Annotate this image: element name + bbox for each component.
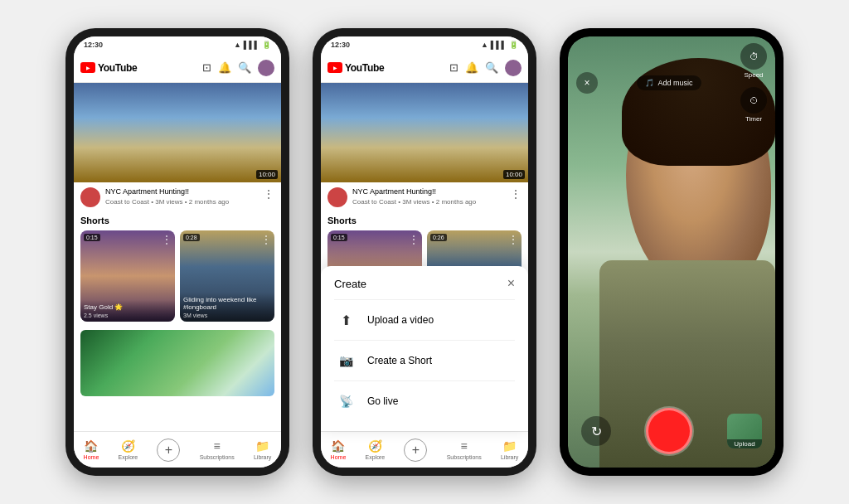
yt-logo-text-2: YouTube [345, 62, 384, 74]
timer-label: Timer [745, 115, 762, 123]
home-label: Home [84, 454, 99, 460]
short-thumb-1b[interactable]: 0:28 ⋮ Gliding into weekend like #longbo… [180, 230, 274, 322]
create-short-label: Create a Short [367, 355, 432, 366]
short-menu-2b[interactable]: ⋮ [508, 234, 518, 245]
short-duration-1b: 0:28 [183, 234, 200, 241]
short-menu-1a[interactable]: ⋮ [162, 234, 172, 245]
go-live-label: Go live [367, 395, 398, 407]
search-icon[interactable]: 🔍 [238, 61, 251, 74]
short-duration-1a: 0:15 [84, 234, 100, 241]
video-title-2: NYC Apartment Hunting!! [352, 187, 505, 197]
short-duration-2b: 0:26 [430, 234, 447, 241]
camera-close-button[interactable]: × [576, 72, 598, 94]
phone-2-screen: 12:30 ▲ ▌▌▌ 🔋 YouTube ⊡ 🔔 🔍 [321, 36, 528, 468]
cast-icon[interactable]: ⊡ [202, 61, 211, 74]
cast-icon-2[interactable]: ⊡ [449, 61, 458, 74]
status-icons-1: ▲ ▌▌▌ 🔋 [234, 41, 271, 49]
speed-button[interactable]: ⏱ [740, 43, 767, 70]
search-icon-2[interactable]: 🔍 [485, 61, 498, 74]
video-more-1[interactable]: ⋮ [263, 187, 274, 201]
avatar-1[interactable] [258, 60, 274, 76]
status-time-2: 12:30 [331, 41, 350, 49]
wifi-icon-2: ▲ [481, 41, 488, 49]
nav-subscriptions-1[interactable]: ≡ Subscriptions [200, 439, 235, 460]
phone-3: × 🎵 Add music ⏱ Speed ⏲ Timer [560, 28, 784, 476]
create-icon-2[interactable]: + [404, 439, 427, 462]
add-music-label: Add music [657, 79, 692, 87]
modal-header: Create × [334, 276, 515, 291]
video-thumb-2[interactable]: 10:00 [321, 83, 528, 182]
timer-control-group: ⏲ Timer [740, 87, 767, 123]
upload-button[interactable]: Upload [727, 414, 762, 448]
short-info-1b: Gliding into weekend like #longboard 3M … [180, 293, 274, 322]
short-duration-2a: 0:15 [331, 234, 347, 241]
short-menu-2a[interactable]: ⋮ [409, 234, 419, 245]
video-meta-1: Coast to Coast • 3M views • 2 months ago [105, 198, 258, 206]
video-more-2[interactable]: ⋮ [510, 187, 522, 201]
video-meta-2: Coast to Coast • 3M views • 2 months ago [352, 198, 505, 206]
explore-label: Explore [119, 454, 138, 460]
library-icon-2: 📁 [502, 439, 517, 453]
video-duration-1: 10:00 [256, 170, 278, 179]
nav-library-2[interactable]: 📁 Library [501, 439, 518, 460]
yt-header-2: YouTube ⊡ 🔔 🔍 [321, 53, 528, 83]
upload-label: Upload a video [367, 314, 434, 326]
nav-create-2[interactable]: + [404, 439, 427, 462]
nav-library-1[interactable]: 📁 Library [254, 439, 271, 460]
avatar-2[interactable] [505, 60, 522, 76]
phone-1-screen: 12:30 ▲ ▌▌▌ 🔋 YouTube ⊡ 🔔 🔍 [74, 36, 281, 468]
camera-bottom-controls: ↻ Upload [568, 400, 775, 468]
status-bar-2: 12:30 ▲ ▌▌▌ 🔋 [321, 36, 528, 53]
speed-label: Speed [744, 71, 763, 79]
channel-avatar-2 [327, 187, 347, 207]
create-icon[interactable]: + [157, 439, 180, 462]
video-info-2: NYC Apartment Hunting!! Coast to Coast •… [321, 182, 528, 212]
status-time-1: 12:30 [84, 41, 103, 49]
bell-icon-2[interactable]: 🔔 [465, 61, 478, 74]
shorts-title-1: Shorts [80, 216, 274, 225]
modal-item-short[interactable]: 📷 Create a Short [334, 341, 515, 380]
signal-icon-2: ▌▌▌ [491, 41, 507, 49]
yt-logo-icon-1 [80, 62, 95, 73]
phone-1: 12:30 ▲ ▌▌▌ 🔋 YouTube ⊡ 🔔 🔍 [65, 28, 289, 476]
yt-header-icons-2: ⊡ 🔔 🔍 [449, 60, 522, 76]
explore-icon-2: 🧭 [368, 439, 382, 453]
modal-close-button[interactable]: × [507, 276, 515, 291]
modal-item-upload[interactable]: ⬆ Upload a video [334, 300, 515, 340]
shorts-section-1: Shorts 0:15 ⋮ Stay Gold 🌟 2.5 views 0:28 [74, 212, 281, 325]
camera-right-controls: ⏱ Speed ⏲ Timer [740, 43, 767, 123]
library-label: Library [254, 454, 271, 460]
nav-subscriptions-2[interactable]: ≡ Subscriptions [447, 439, 482, 460]
nav-home-2[interactable]: 🏠 Home [331, 439, 347, 460]
shorts-title-2: Shorts [327, 216, 522, 225]
yt-logo-2: YouTube [327, 62, 384, 74]
library-icon: 📁 [255, 439, 269, 453]
video-text-2: NYC Apartment Hunting!! Coast to Coast •… [352, 187, 505, 206]
music-icon: 🎵 [645, 79, 654, 87]
video-thumb-1[interactable]: 10:00 [74, 83, 281, 182]
nav-explore-2[interactable]: 🧭 Explore [366, 439, 386, 460]
flip-camera-button[interactable]: ↻ [581, 416, 611, 446]
status-bar-1: 12:30 ▲ ▌▌▌ 🔋 [74, 36, 281, 53]
add-music-button[interactable]: 🎵 Add music [637, 75, 701, 90]
modal-item-live[interactable]: 📡 Go live [334, 381, 515, 421]
nav-create-1[interactable]: + [157, 439, 180, 462]
landscape-thumb-1[interactable] [80, 330, 274, 396]
phone-1-content: 10:00 NYC Apartment Hunting!! Coast to C… [74, 83, 281, 468]
yt-logo-text-1: YouTube [98, 62, 137, 74]
home-label-2: Home [331, 454, 347, 460]
home-icon: 🏠 [84, 439, 98, 453]
short-menu-1b[interactable]: ⋮ [261, 234, 271, 245]
subscriptions-icon: ≡ [214, 439, 221, 453]
channel-avatar-1 [80, 187, 100, 207]
timer-button[interactable]: ⏲ [740, 87, 767, 114]
bell-icon[interactable]: 🔔 [218, 61, 231, 74]
yt-header-icons-1: ⊡ 🔔 🔍 [202, 60, 274, 76]
subscriptions-icon-2: ≡ [461, 439, 468, 453]
upload-icon: ⬆ [334, 308, 357, 332]
nav-home-1[interactable]: 🏠 Home [84, 439, 99, 460]
phone-2: 12:30 ▲ ▌▌▌ 🔋 YouTube ⊡ 🔔 🔍 [313, 28, 536, 476]
short-thumb-1a[interactable]: 0:15 ⋮ Stay Gold 🌟 2.5 views [80, 230, 175, 322]
nav-explore-1[interactable]: 🧭 Explore [119, 439, 138, 460]
record-button[interactable] [646, 408, 692, 454]
